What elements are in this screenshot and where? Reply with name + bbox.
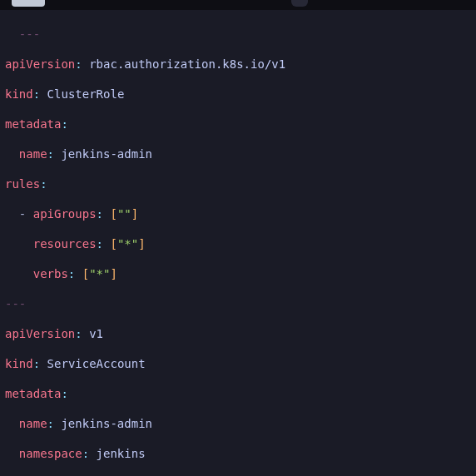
kv-line: resources: ["*"] bbox=[5, 236, 476, 251]
kv-line: name: jenkins-admin bbox=[5, 416, 476, 431]
list-item: - apiGroups: [""] bbox=[5, 206, 476, 221]
editor-tabbar bbox=[0, 0, 476, 10]
kv-line: metadata: bbox=[5, 386, 476, 401]
kv-line: rules: bbox=[5, 176, 476, 191]
kv-line: verbs: ["*"] bbox=[5, 266, 476, 281]
code-editor[interactable]: --- apiVersion: rbac.authorization.k8s.i… bbox=[0, 10, 476, 476]
kv-line: metadata: bbox=[5, 117, 476, 131]
kv-line: namespace: jenkins bbox=[5, 446, 476, 461]
tab-curve bbox=[291, 0, 308, 7]
yaml-separator: --- bbox=[5, 27, 476, 42]
kv-line: kind: ClusterRole bbox=[5, 87, 476, 102]
kv-line: apiVersion: v1 bbox=[5, 326, 476, 341]
kv-line: kind: ServiceAccount bbox=[5, 356, 476, 371]
active-tab[interactable] bbox=[12, 0, 45, 7]
yaml-separator: --- bbox=[5, 296, 476, 311]
kv-line: apiVersion: rbac.authorization.k8s.io/v1 bbox=[5, 57, 476, 72]
kv-line: name: jenkins-admin bbox=[5, 146, 476, 161]
